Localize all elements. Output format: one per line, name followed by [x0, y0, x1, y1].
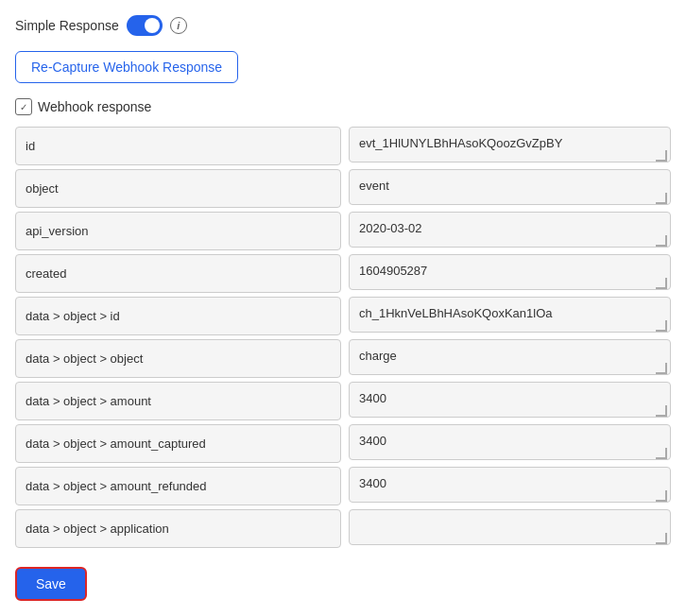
field-value-input[interactable]: [349, 297, 671, 333]
field-value-wrapper: [349, 212, 671, 250]
field-value-wrapper: [349, 297, 671, 335]
expand-icon[interactable]: [656, 150, 667, 162]
table-row: created: [15, 254, 671, 293]
expand-icon[interactable]: [656, 235, 667, 247]
table-row: data > object > application: [15, 509, 671, 548]
expand-icon[interactable]: [656, 363, 667, 374]
field-value-wrapper: [349, 424, 671, 463]
webhook-section: ✓ Webhook response idobjectapi_versioncr…: [15, 98, 671, 548]
field-value-input[interactable]: [349, 169, 671, 205]
expand-icon[interactable]: [656, 490, 667, 502]
field-value-input[interactable]: [349, 467, 671, 503]
field-key: data > object > amount_captured: [15, 424, 341, 463]
field-key: object: [15, 169, 341, 208]
field-value-wrapper: [349, 254, 671, 293]
field-value-wrapper: [349, 509, 671, 548]
webhook-header[interactable]: ✓ Webhook response: [15, 98, 671, 115]
table-row: data > object > id: [15, 297, 671, 335]
field-value-input[interactable]: [349, 424, 671, 460]
field-value-input[interactable]: [349, 509, 671, 545]
table-row: data > object > amount_captured: [15, 424, 671, 463]
field-key: data > object > application: [15, 509, 341, 548]
table-row: id: [15, 127, 671, 165]
field-key: data > object > object: [15, 339, 341, 378]
table-row: data > object > object: [15, 339, 671, 378]
field-key: data > object > amount: [15, 382, 341, 420]
recapture-webhook-button[interactable]: Re-Capture Webhook Response: [15, 51, 238, 83]
field-key: created: [15, 254, 341, 293]
simple-response-toggle[interactable]: [127, 15, 163, 36]
expand-icon[interactable]: [656, 448, 667, 459]
expand-icon[interactable]: [656, 405, 667, 417]
expand-icon[interactable]: [656, 320, 667, 332]
field-value-wrapper: [349, 382, 671, 420]
field-value-input[interactable]: [349, 382, 671, 418]
simple-response-row: Simple Response i: [15, 15, 671, 36]
field-key: api_version: [15, 212, 341, 250]
field-value-input[interactable]: [349, 212, 671, 248]
expand-icon[interactable]: [656, 193, 667, 204]
field-value-wrapper: [349, 127, 671, 165]
field-value-input[interactable]: [349, 127, 671, 163]
table-row: data > object > amount: [15, 382, 671, 420]
field-key: id: [15, 127, 341, 165]
webhook-section-label: Webhook response: [38, 99, 151, 114]
table-row: data > object > amount_refunded: [15, 467, 671, 505]
field-key: data > object > amount_refunded: [15, 467, 341, 505]
info-icon[interactable]: i: [170, 17, 187, 34]
table-row: object: [15, 169, 671, 208]
save-button[interactable]: Save: [15, 567, 87, 601]
field-value-wrapper: [349, 339, 671, 378]
table-row: api_version: [15, 212, 671, 250]
fields-container: idobjectapi_versioncreateddata > object …: [15, 127, 671, 548]
field-value-input[interactable]: [349, 339, 671, 375]
field-value-wrapper: [349, 169, 671, 208]
simple-response-label: Simple Response: [15, 18, 119, 33]
field-key: data > object > id: [15, 297, 341, 335]
expand-icon[interactable]: [656, 278, 667, 289]
expand-icon[interactable]: [656, 533, 667, 544]
field-value-wrapper: [349, 467, 671, 505]
field-value-input[interactable]: [349, 254, 671, 290]
chevron-down-icon[interactable]: ✓: [15, 98, 32, 115]
